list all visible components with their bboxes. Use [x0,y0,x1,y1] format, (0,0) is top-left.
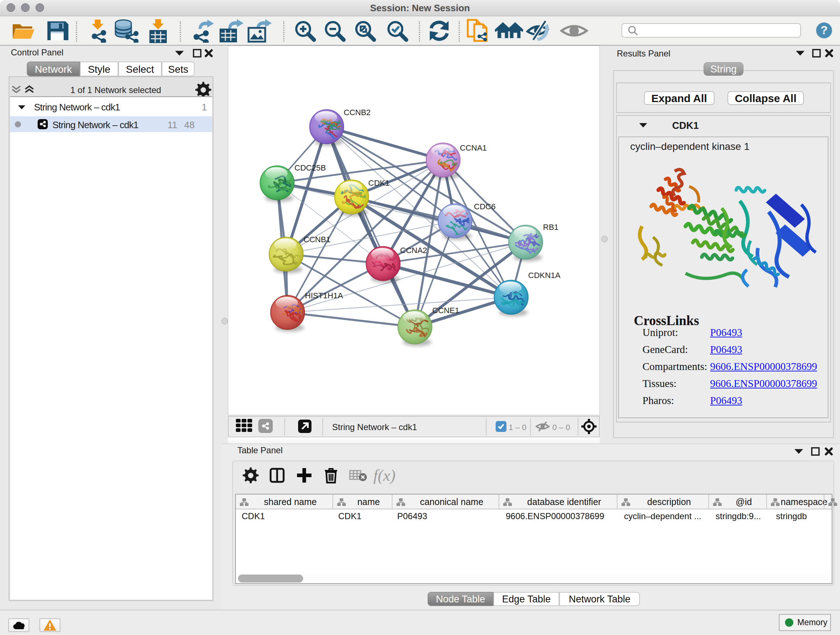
svg-text:CCNE1: CCNE1 [432,306,459,315]
svg-text:HIST1H1A: HIST1H1A [305,291,343,300]
svg-text:CDC25B: CDC25B [294,163,326,172]
svg-text:RB1: RB1 [543,223,559,232]
svg-text:CDC6: CDC6 [474,202,496,211]
svg-text:CCNA2: CCNA2 [400,246,427,255]
svg-text:CDKN1A: CDKN1A [528,271,561,280]
svg-text:CDK1: CDK1 [368,179,390,187]
svg-text:CCNB1: CCNB1 [303,235,331,244]
svg-text:CCNA1: CCNA1 [460,143,487,152]
svg-text:?: ? [821,24,828,36]
svg-text:CCNB2: CCNB2 [344,108,371,117]
